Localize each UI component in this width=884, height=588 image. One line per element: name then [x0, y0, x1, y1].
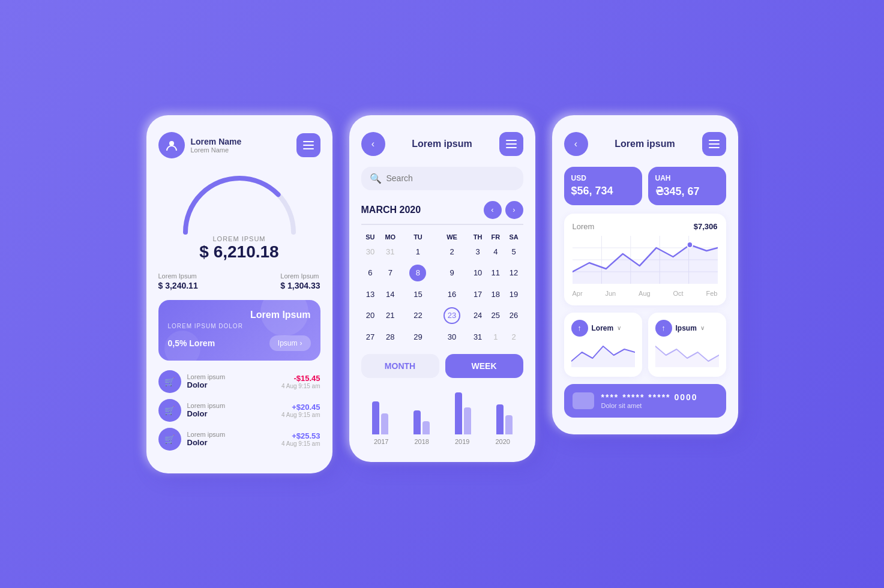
- mini-chart-card-1: ↑ Lorem ∨: [564, 313, 642, 377]
- cal-day[interactable]: 14: [379, 286, 401, 303]
- bar-label-2020: 2020: [496, 438, 510, 445]
- phone-card-3: ‹ Lorem ipsum USD $56, 734 UAH ₴345, 67 …: [552, 115, 738, 434]
- cal-day[interactable]: 24: [469, 303, 487, 328]
- menu-button[interactable]: [296, 133, 320, 157]
- cal-day[interactable]: 29: [401, 328, 435, 346]
- phone-card-2: ‹ Lorem ipsum 🔍 MARCH 2020 ‹ ›: [349, 115, 535, 462]
- txn-date-2: 4 Aug 9:15 am: [281, 412, 320, 418]
- transaction-item-2[interactable]: 🛒 Lorem ipsum Dolor +$20.45 4 Aug 9:15 a…: [158, 399, 320, 422]
- cal-day[interactable]: 12: [505, 260, 523, 286]
- cal-day[interactable]: 7: [379, 260, 401, 286]
- cal-day[interactable]: 30: [435, 328, 469, 346]
- search-input[interactable]: [386, 173, 515, 183]
- cal-day[interactable]: 11: [487, 260, 505, 286]
- chart-row: Lorem $7,306: [573, 222, 718, 231]
- currency-card-uah[interactable]: UAH ₴345, 67: [648, 167, 726, 205]
- cal-day[interactable]: 1: [401, 243, 435, 260]
- transaction-item[interactable]: 🛒 Lorem ipsum Dolor -$15.45 4 Aug 9:15 a…: [158, 370, 320, 393]
- promo-bottom: 0,5% Lorem Ipsum ›: [168, 335, 311, 351]
- search-bar[interactable]: 🔍: [361, 167, 523, 190]
- credit-card-chip: [573, 392, 594, 409]
- menu-button-2[interactable]: [499, 132, 523, 156]
- header-left: Lorem Name Lorem Name: [158, 132, 242, 158]
- mini-line-svg-1: [571, 340, 635, 367]
- mini-charts: ↑ Lorem ∨ ↑ Ipsum ∨: [564, 313, 726, 377]
- mini-chart-header-2: ↑ Ipsum ∨: [655, 320, 719, 337]
- cal-day[interactable]: 20: [361, 303, 380, 328]
- bar-labels: 2017 2018 2019 2020: [361, 438, 523, 445]
- txn-amount-2: +$20.45: [281, 403, 320, 412]
- cal-day[interactable]: 17: [469, 286, 487, 303]
- bars-container: [361, 386, 523, 434]
- cal-day[interactable]: 25: [487, 303, 505, 328]
- cal-day[interactable]: 4: [487, 243, 505, 260]
- cal-day[interactable]: 21: [379, 303, 401, 328]
- cal-day[interactable]: 22: [401, 303, 435, 328]
- cal-day[interactable]: 15: [401, 286, 435, 303]
- txn-right-2: +$20.45 4 Aug 9:15 am: [281, 403, 320, 418]
- line-chart-svg: [573, 236, 718, 284]
- cal-day[interactable]: 26: [505, 303, 523, 328]
- chart-value: $7,306: [694, 222, 718, 231]
- next-month-button[interactable]: ›: [505, 201, 523, 219]
- sub-balance-2: Lorem Ipsum $ 1,304.33: [280, 270, 320, 290]
- cc-number: **** ***** ***** 0000: [601, 392, 698, 402]
- cal-day[interactable]: 31: [379, 243, 401, 260]
- credit-card-bar[interactable]: **** ***** ***** 0000 Dolor sit amet: [564, 384, 726, 418]
- cal-day[interactable]: 13: [361, 286, 380, 303]
- cal-day[interactable]: 23: [435, 303, 469, 328]
- sub-balance-1: Lorem Ipsum $ 3,240.11: [158, 270, 198, 290]
- txn-name-3: Lorem ipsum: [187, 431, 276, 438]
- prev-month-button[interactable]: ‹: [484, 201, 502, 219]
- currency-card-usd[interactable]: USD $56, 734: [564, 167, 642, 205]
- cal-day[interactable]: 3: [469, 243, 487, 260]
- month-button[interactable]: MONTH: [361, 354, 439, 378]
- cal-day[interactable]: 6: [361, 260, 380, 286]
- svg-point-0: [169, 141, 174, 146]
- promo-percent: 0,5% Lorem: [168, 338, 215, 348]
- avatar: [158, 132, 185, 158]
- week-button[interactable]: WEEK: [445, 354, 523, 378]
- search-icon: 🔍: [370, 173, 382, 184]
- cal-day[interactable]: 18: [487, 286, 505, 303]
- promo-subtitle: LOREM IPSUM DOLOR: [168, 323, 311, 329]
- promo-card: Lorem Ipsum LOREM IPSUM DOLOR 0,5% Lorem…: [158, 300, 320, 361]
- day-th: TH: [469, 231, 487, 243]
- card2-header: ‹ Lorem ipsum: [361, 132, 523, 156]
- back-button[interactable]: ‹: [361, 132, 385, 156]
- cal-day[interactable]: 28: [379, 328, 401, 346]
- day-we: WE: [435, 231, 469, 243]
- bar-2017-b: [381, 413, 388, 434]
- svg-point-8: [687, 242, 692, 248]
- hamburger-icon-3: [709, 140, 720, 148]
- card3-header: ‹ Lorem ipsum: [564, 132, 726, 156]
- cal-day[interactable]: 9: [435, 260, 469, 286]
- cal-day[interactable]: 8: [401, 260, 435, 286]
- cal-day[interactable]: 5: [505, 243, 523, 260]
- calendar-header: MARCH 2020 ‹ ›: [361, 201, 523, 225]
- balance-amount: $ 6,210.18: [158, 242, 320, 262]
- transaction-item-3[interactable]: 🛒 Lorem ipsum Dolor +$25.53 4 Aug 9:15 a…: [158, 428, 320, 451]
- cal-day[interactable]: 16: [435, 286, 469, 303]
- header-user-info: Lorem Name Lorem Name: [191, 137, 242, 154]
- txn-date-3: 4 Aug 9:15 am: [281, 440, 320, 447]
- bar-2018-b: [422, 421, 430, 434]
- hamburger-icon-2: [506, 140, 517, 148]
- cal-day[interactable]: 10: [469, 260, 487, 286]
- cal-day[interactable]: 30: [361, 243, 380, 260]
- calendar-grid: SU MO TU WE TH FR SA 30 31 1 2: [361, 231, 523, 346]
- cal-day[interactable]: 2: [505, 328, 523, 346]
- cal-day[interactable]: 27: [361, 328, 380, 346]
- txn-bold-3: Dolor: [187, 438, 276, 447]
- cal-day[interactable]: 1: [487, 328, 505, 346]
- cal-day[interactable]: 19: [505, 286, 523, 303]
- promo-button[interactable]: Ipsum ›: [269, 335, 311, 351]
- cal-day[interactable]: 2: [435, 243, 469, 260]
- usd-label: USD: [571, 174, 635, 182]
- bar-group-2019: [455, 392, 471, 434]
- menu-button-3[interactable]: [702, 132, 726, 156]
- back-button-3[interactable]: ‹: [564, 132, 588, 156]
- cal-day[interactable]: 31: [469, 328, 487, 346]
- txn-icon-2: 🛒: [158, 399, 181, 422]
- usd-value: $56, 734: [571, 185, 635, 197]
